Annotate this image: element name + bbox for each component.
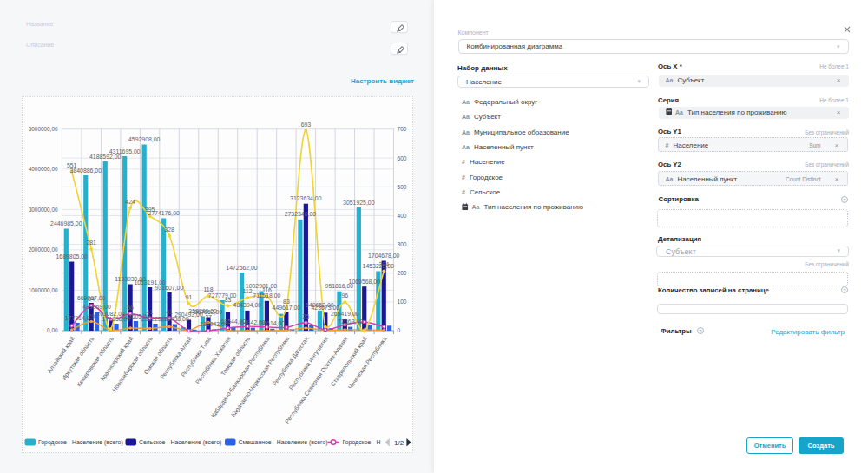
svg-text:0,00: 0,00 [47, 327, 58, 333]
svg-text:484394,00: 484394,00 [233, 302, 262, 308]
svg-text:3000000,00: 3000000,00 [29, 207, 58, 213]
svg-text:600: 600 [398, 155, 407, 161]
svg-text:424: 424 [125, 199, 135, 205]
svg-text:100: 100 [398, 299, 407, 305]
svg-text:116: 116 [262, 287, 272, 293]
svg-text:25: 25 [303, 313, 310, 319]
svg-text:0: 0 [398, 327, 401, 333]
svg-text:200: 200 [398, 270, 407, 276]
svg-text:177314,0: 177314,0 [65, 315, 90, 321]
svg-text:Смешанное - Население (всего): Смешанное - Население (всего) [239, 439, 328, 446]
svg-text:2446985,00: 2446985,00 [50, 220, 82, 227]
svg-text:2732340,00: 2732340,00 [285, 211, 317, 217]
svg-text:1000000,00: 1000000,00 [29, 287, 58, 293]
svg-text:423673,00: 423673,00 [312, 305, 340, 311]
svg-text:4000000,00: 4000000,00 [29, 166, 58, 172]
svg-text:Сельское - Население (всего): Сельское - Население (всего) [139, 439, 221, 446]
svg-text:1472562,00: 1472562,00 [226, 265, 258, 271]
svg-text:83: 83 [225, 297, 232, 303]
svg-text:27: 27 [205, 314, 212, 320]
svg-text:931607,00: 931607,00 [155, 285, 184, 291]
svg-text:500: 500 [398, 184, 407, 190]
svg-text:29: 29 [88, 313, 95, 319]
svg-text:91: 91 [186, 294, 193, 300]
svg-text:Городское - Население (всего): Городское - Население (всего) [38, 439, 123, 446]
svg-text:1704678,00: 1704678,00 [368, 253, 400, 259]
svg-text:41: 41 [147, 309, 154, 315]
svg-text:Республика Дагестан: Республика Дагестан [271, 335, 310, 387]
svg-text:Ставропольский край: Ставропольский край [329, 335, 369, 387]
svg-text:265419,00: 265419,00 [331, 311, 359, 317]
svg-text:1689805,00: 1689805,00 [56, 253, 88, 259]
svg-text:Чеченская Республика: Чеченская Республика [347, 335, 389, 391]
svg-text:328: 328 [164, 227, 174, 233]
svg-text:3123634,00: 3123634,00 [290, 195, 322, 201]
svg-text:36614,00: 36614,00 [260, 320, 285, 326]
svg-text:2000000,00: 2000000,00 [29, 246, 58, 253]
svg-text:96: 96 [341, 292, 348, 299]
svg-text:3840886,00: 3840886,00 [70, 168, 102, 174]
svg-text:4188592,00: 4188592,00 [89, 154, 122, 160]
svg-text:3051925,00: 3051925,00 [343, 200, 375, 206]
svg-text:711518,00: 711518,00 [253, 292, 280, 299]
svg-text:449617,00: 449617,00 [273, 305, 301, 311]
svg-text:84: 84 [88, 296, 95, 302]
svg-text:300: 300 [398, 241, 407, 247]
svg-text:281: 281 [86, 240, 96, 246]
svg-text:2774176,00: 2774176,00 [148, 210, 180, 216]
svg-text:4311695,00: 4311695,00 [109, 148, 141, 154]
svg-text:400: 400 [398, 213, 407, 219]
svg-text:5000000,00: 5000000,00 [29, 126, 58, 132]
svg-text:439359,00: 439359,00 [82, 304, 111, 310]
svg-text:41: 41 [166, 309, 173, 315]
svg-text:Республика Хакасия: Республика Хакасия [194, 335, 233, 385]
svg-text:1/2: 1/2 [394, 439, 404, 447]
svg-text:693: 693 [301, 122, 312, 128]
svg-text:Городское - Н: Городское - Н [343, 439, 381, 446]
svg-text:56: 56 [127, 305, 134, 311]
svg-text:700: 700 [398, 126, 407, 132]
svg-text:4592908,00: 4592908,00 [128, 136, 161, 142]
svg-text:1069568,00: 1069568,00 [349, 279, 381, 285]
svg-text:204: 204 [379, 261, 390, 267]
svg-text:Кемеровская область: Кемеровская область [76, 335, 115, 388]
svg-text:83: 83 [283, 299, 290, 305]
svg-text:72363,40: 72363,40 [338, 319, 363, 325]
svg-text:727779,00: 727779,00 [208, 292, 237, 299]
svg-text:112: 112 [243, 288, 253, 294]
